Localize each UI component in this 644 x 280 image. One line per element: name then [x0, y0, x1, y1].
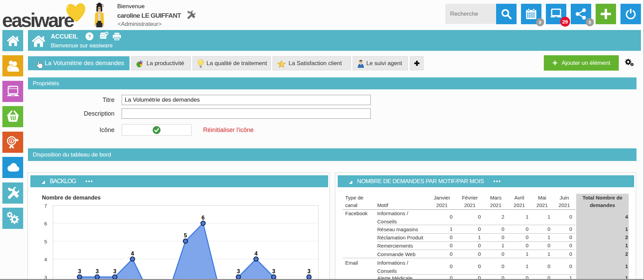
- svg-text:3: 3: [78, 268, 81, 274]
- svg-text:4: 4: [255, 251, 258, 256]
- svg-text:€: €: [10, 139, 12, 143]
- svg-text:5: 5: [184, 233, 187, 238]
- svg-text:?: ?: [88, 33, 91, 39]
- svg-text:4: 4: [131, 251, 134, 256]
- svg-text:3: 3: [307, 268, 310, 274]
- svg-text:3: 3: [113, 268, 117, 274]
- svg-text:6: 6: [202, 215, 205, 221]
- svg-text:3: 3: [96, 268, 99, 274]
- svg-text:3: 3: [272, 268, 275, 274]
- svg-text:3: 3: [237, 268, 240, 274]
